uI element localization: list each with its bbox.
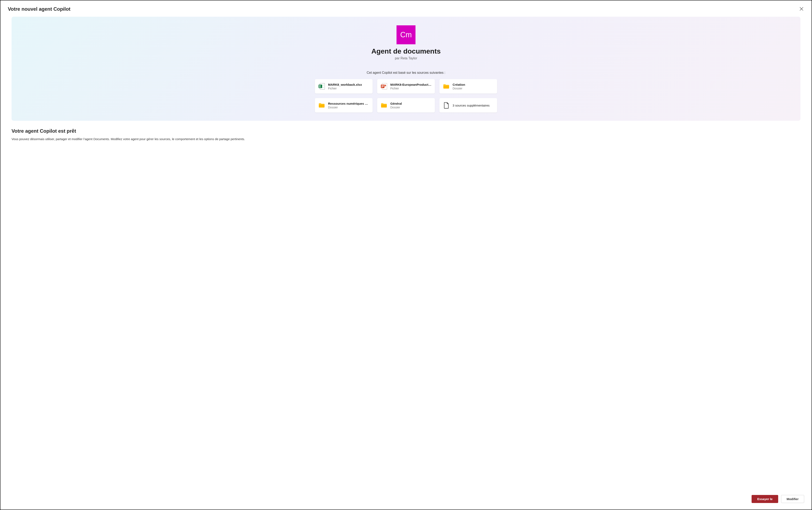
sources-grid: MARK8_workback.xlsx Fichier MARK8-Europe… bbox=[315, 79, 497, 113]
source-card[interactable]: MARK8_workback.xlsx Fichier bbox=[315, 79, 373, 94]
sources-caption: Cet agent Copilot est basé sur les sourc… bbox=[367, 71, 445, 74]
close-button[interactable] bbox=[799, 6, 804, 12]
source-title: MARK8-EuropeanProduct… bbox=[390, 83, 432, 86]
source-texts: MARK8-EuropeanProduct… Fichier bbox=[390, 83, 432, 90]
source-texts: Création Dossier bbox=[453, 83, 494, 90]
dialog-footer: Essayer le Modifier bbox=[8, 478, 804, 503]
agent-avatar: Cm bbox=[397, 25, 415, 44]
source-texts: Ressources numériques W… Dossier bbox=[328, 102, 369, 109]
source-title: Ressources numériques W… bbox=[328, 102, 369, 105]
source-title: 3 sources supplémentaires bbox=[453, 103, 494, 107]
folder-icon bbox=[443, 83, 450, 90]
dialog: Votre nouvel agent Copilot Cm Agent de d… bbox=[0, 0, 812, 510]
source-card[interactable]: Création Dossier bbox=[439, 79, 497, 94]
source-card-more[interactable]: 3 sources supplémentaires bbox=[439, 98, 497, 113]
folder-icon bbox=[380, 102, 387, 109]
close-icon bbox=[800, 7, 803, 11]
source-subtitle: Dossier bbox=[328, 106, 369, 109]
source-card[interactable]: Ressources numériques W… Dossier bbox=[315, 98, 373, 113]
source-subtitle: Fichier bbox=[328, 87, 369, 90]
dialog-header: Votre nouvel agent Copilot bbox=[8, 6, 804, 12]
source-subtitle: Dossier bbox=[390, 106, 432, 109]
source-title: Création bbox=[453, 83, 494, 86]
source-texts: MARK8_workback.xlsx Fichier bbox=[328, 83, 369, 90]
source-title: Général bbox=[390, 102, 432, 105]
source-texts: Général Dossier bbox=[390, 102, 432, 109]
ready-section: Votre agent Copilot est prêt Vous pouvez… bbox=[11, 128, 801, 142]
dialog-title: Votre nouvel agent Copilot bbox=[8, 6, 70, 12]
powerpoint-icon bbox=[380, 83, 387, 90]
folder-icon bbox=[318, 102, 325, 109]
source-card[interactable]: MARK8-EuropeanProduct… Fichier bbox=[377, 79, 435, 94]
agent-hero: Cm Agent de documents par Reta Taylor Ce… bbox=[11, 17, 801, 121]
ready-title: Votre agent Copilot est prêt bbox=[11, 128, 801, 134]
source-texts: 3 sources supplémentaires bbox=[453, 103, 494, 107]
source-subtitle: Fichier bbox=[390, 87, 432, 90]
agent-name: Agent de documents bbox=[371, 47, 441, 55]
excel-icon bbox=[318, 83, 325, 90]
file-icon bbox=[443, 102, 450, 109]
ready-body: Vous pouvez désormais utiliser, partager… bbox=[11, 137, 801, 142]
source-card[interactable]: Général Dossier bbox=[377, 98, 435, 113]
agent-author: par Reta Taylor bbox=[395, 56, 417, 60]
source-subtitle: Dossier bbox=[453, 87, 494, 90]
edit-button[interactable]: Modifier bbox=[781, 495, 804, 503]
try-button[interactable]: Essayer le bbox=[752, 495, 778, 503]
source-title: MARK8_workback.xlsx bbox=[328, 83, 369, 86]
